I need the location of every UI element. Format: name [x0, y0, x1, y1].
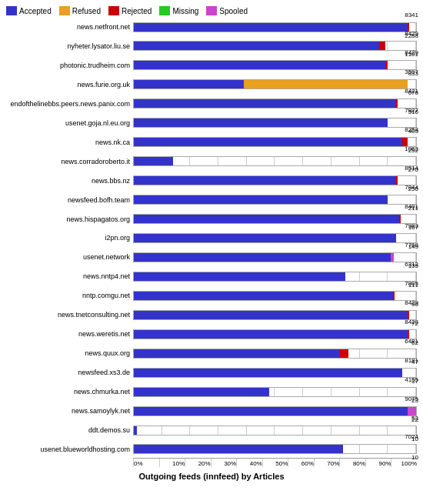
bar-num-above-3: 3597 [405, 69, 418, 76]
bar-wrapper-17: 648147 [133, 349, 417, 359]
bar-wrapper-11: 7983149 [133, 233, 417, 243]
bar-segment-accepted-20 [134, 407, 408, 416]
row-label-19: news.chmurka.net [6, 388, 133, 396]
bar-track-3 [133, 79, 417, 89]
legend-label-refused: Refused [72, 7, 101, 15]
x-tick-2: 20% [185, 459, 211, 467]
bar-track-1 [133, 41, 417, 51]
bar-track-14 [133, 291, 417, 301]
bar-wrapper-1: 84291101 [133, 41, 417, 51]
bar-track-6 [133, 137, 417, 147]
bar-track-16 [133, 329, 417, 339]
bar-row-7: news.corradoroberto.it1063270 [6, 155, 417, 169]
bar-row-2: photonic.trudheim.com8429833 [6, 58, 417, 72]
bar-num-above-14: 7805 [405, 281, 418, 288]
row-label-13: news.nntp4.net [6, 272, 133, 280]
legend-item-missing: Missing [159, 6, 198, 15]
legend-color-rejected [108, 6, 119, 15]
legend-color-refused [59, 6, 70, 15]
bar-row-21: ddt.demos.su5310 [6, 423, 417, 437]
bar-track-18 [133, 368, 417, 378]
rows-container: news.netfront.net83412288nyheter.lysator… [6, 20, 417, 456]
bar-wrapper-13: 6312111 [133, 272, 417, 282]
bar-wrapper-19: 415523 [133, 387, 417, 397]
bar-num-above-10: 8401 [405, 204, 418, 211]
bar-segment-refused-3 [244, 80, 408, 88]
bar-segment-accepted-14 [134, 292, 394, 300]
bar-row-15: news.tnetconsulting.net842972 [6, 308, 417, 322]
bar-wrapper-14: 780596 [133, 291, 417, 301]
x-tick-5: 50% [262, 459, 288, 467]
bar-segment-rejected-2 [385, 61, 388, 69]
bar-num-above-6: 8253 [405, 127, 418, 134]
bar-segment-accepted-2 [134, 61, 385, 69]
row-label-22: usenet.blueworldhosting.com [6, 446, 133, 453]
bar-num-above-2: 8429 [405, 50, 418, 57]
x-axis: 0%10%20%30%40%50%60%70%80%90%100% [133, 458, 417, 467]
bar-segment-rejected-4 [396, 99, 398, 108]
bar-track-4 [133, 98, 417, 108]
bar-segment-accepted-18 [134, 369, 402, 377]
x-tick-6: 60% [288, 459, 314, 467]
chart-title: Outgoing feeds (innfeed) by Articles [6, 472, 417, 481]
row-label-12: usenet.network [6, 253, 133, 261]
x-tick-4: 40% [236, 459, 262, 467]
legend: AcceptedRefusedRejectedMissingSpooled [6, 6, 417, 15]
bar-track-15 [133, 310, 417, 320]
bar-wrapper-0: 83412288 [133, 22, 417, 32]
bar-wrapper-22: 702410 [133, 444, 417, 454]
bar-track-9 [133, 195, 417, 205]
bar-row-10: news.hispagatos.org8401167 [6, 212, 417, 226]
bar-row-4: endofthelinebbs.peers.news.panix.com8421… [6, 97, 417, 111]
legend-color-missing [159, 6, 170, 15]
bar-segment-accepted-3 [134, 80, 244, 88]
bar-wrapper-16: 842862 [133, 329, 417, 339]
bar-segment-accepted-1 [134, 42, 379, 50]
legend-item-spooled: Spooled [206, 6, 248, 15]
bar-row-20: news.samoylyk.net907522 [6, 404, 417, 418]
bar-num-above-15: 8429 [405, 300, 418, 307]
bar-wrapper-6: 8253292 [133, 137, 417, 147]
bar-num-above-11: 7983 [405, 223, 418, 230]
bar-track-20 [133, 406, 417, 416]
row-label-3: news.furie.org.uk [6, 81, 133, 88]
bar-wrapper-8: 8514256 [133, 175, 417, 185]
bar-row-19: news.chmurka.net415523 [6, 385, 417, 399]
bar-segment-accepted-0 [134, 23, 408, 32]
bar-track-10 [133, 214, 417, 224]
row-label-0: news.netfront.net [6, 23, 133, 31]
bar-segment-accepted-13 [134, 272, 345, 281]
row-label-18: newsfeed.xs3.de [6, 369, 133, 376]
bar-segment-accepted-4 [134, 99, 396, 108]
bar-num-above-17: 6481 [405, 339, 418, 345]
bar-track-2 [133, 60, 417, 70]
bar-wrapper-15: 842972 [133, 310, 417, 320]
legend-item-rejected: Rejected [108, 6, 152, 15]
bar-num-below-22: 10 [411, 455, 418, 462]
bar-segment-rejected-1 [379, 42, 385, 50]
x-tick-3: 30% [211, 459, 237, 467]
bar-segment-rejected-8 [396, 176, 398, 185]
bar-row-3: news.furie.org.uk3597676 [6, 78, 417, 92]
x-tick-7: 70% [314, 459, 340, 467]
bar-row-22: usenet.blueworldhosting.com702410 [6, 442, 417, 456]
bar-row-8: news.bbs.nz8514256 [6, 174, 417, 188]
row-label-20: news.samoylyk.net [6, 407, 133, 415]
bar-wrapper-20: 907522 [133, 406, 417, 416]
bar-segment-accepted-6 [134, 138, 402, 146]
bar-num-above-22: 7024 [405, 434, 418, 441]
x-tick-9: 90% [365, 459, 391, 467]
bar-num-above-21: 53 [411, 416, 418, 422]
bar-row-13: news.nntp4.net6312111 [6, 269, 417, 283]
bar-num-above-7: 1063 [405, 146, 418, 153]
bar-track-21 [133, 426, 417, 436]
bar-row-17: news.quux.org648147 [6, 346, 417, 360]
bar-row-9: newsfeed.bofh.team7844211 [6, 193, 417, 207]
bar-segment-rejected-14 [394, 292, 395, 300]
bar-wrapper-21: 5310 [133, 426, 417, 436]
bar-track-0 [133, 22, 417, 32]
bar-segment-spooled-20 [408, 407, 416, 416]
bar-segment-accepted-17 [134, 349, 340, 358]
bar-row-5: usenet.goja.nl.eu.org7927405 [6, 116, 417, 130]
row-label-17: news.quux.org [6, 349, 133, 357]
